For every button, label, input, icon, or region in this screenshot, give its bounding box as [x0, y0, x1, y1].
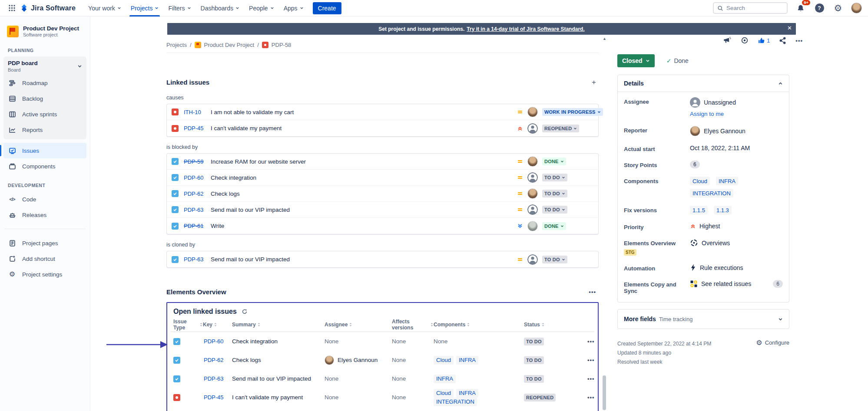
row-actions-button[interactable]: •••: [587, 338, 596, 345]
feedback-megaphone-icon[interactable]: [723, 37, 732, 44]
issue-key-link[interactable]: PDP-60: [204, 338, 232, 345]
issue-key-link[interactable]: PDP-62: [204, 357, 232, 363]
sidebar-item-components[interactable]: Components: [3, 158, 86, 174]
table-row[interactable]: PDP-60 Check integration None None None …: [171, 332, 594, 351]
breadcrumb-issue-key[interactable]: PDP-58: [272, 42, 292, 48]
configure-button[interactable]: ⚙ Configure: [756, 339, 789, 367]
status-dropdown[interactable]: TO DO: [542, 256, 567, 263]
component-chip[interactable]: INFRA: [456, 389, 478, 398]
add-linked-issue-button[interactable]: +: [589, 77, 599, 87]
issue-key-link[interactable]: PDP-60: [184, 174, 206, 181]
column-header[interactable]: Status: [524, 322, 587, 328]
issue-key-link[interactable]: ITH-10: [184, 109, 206, 115]
table-row[interactable]: ITH-10 I am not able to validate my cart…: [171, 407, 594, 411]
banner-trial-link[interactable]: Try it in a 14-day trial of Jira Softwar…: [467, 26, 584, 32]
more-actions-button[interactable]: •••: [795, 37, 803, 44]
nav-projects[interactable]: Projects: [126, 0, 164, 16]
row-actions-button[interactable]: •••: [587, 357, 596, 363]
nav-your-work[interactable]: Your work: [83, 0, 126, 16]
linked-issue-row[interactable]: ITH-10 I am not able to validate my cart…: [167, 104, 598, 120]
column-header[interactable]: Issue Type: [173, 319, 203, 331]
row-actions-button[interactable]: •••: [587, 394, 596, 401]
nav-filters[interactable]: Filters: [163, 0, 195, 16]
linked-issue-row[interactable]: PDP-63 Send mail to our VIP impacted TO …: [167, 202, 598, 218]
value-chip[interactable]: INTEGRATION: [690, 189, 733, 197]
jira-logo[interactable]: Jira Software: [20, 4, 76, 12]
status-dropdown[interactable]: REOPENED: [542, 125, 579, 132]
status-dropdown[interactable]: DONE: [542, 158, 566, 165]
user-avatar[interactable]: [851, 3, 862, 13]
status-dropdown[interactable]: WORK IN PROGRESS: [542, 108, 603, 116]
status-dropdown[interactable]: DONE: [542, 222, 566, 230]
column-header[interactable]: Key: [203, 322, 232, 328]
linked-issue-row[interactable]: PDP-61 Write DONE: [167, 218, 598, 234]
linked-issue-row[interactable]: PDP-59 Increase RAM for our website serv…: [167, 154, 598, 170]
nav-dashboards[interactable]: Dashboards: [196, 0, 245, 16]
component-chip[interactable]: INFRA: [456, 356, 478, 365]
app-switcher-icon[interactable]: [6, 3, 17, 14]
sidebar-item-code[interactable]: </> Code: [3, 191, 86, 207]
board-switcher[interactable]: PDP board Board: [3, 60, 86, 75]
issue-key-link[interactable]: PDP-63: [184, 207, 206, 213]
issue-key-link[interactable]: PDP-61: [184, 223, 206, 229]
component-chip[interactable]: INTEGRATION: [434, 398, 477, 406]
nav-apps[interactable]: Apps: [279, 0, 308, 16]
app-link[interactable]: See related issues: [701, 280, 751, 287]
breadcrumb-projects[interactable]: Projects: [166, 42, 187, 48]
refresh-icon[interactable]: [241, 308, 248, 316]
create-button[interactable]: Create: [313, 2, 341, 14]
banner-close-icon[interactable]: ✕: [787, 25, 792, 31]
column-header[interactable]: Summary: [232, 322, 325, 328]
sidebar-item-project-pages[interactable]: Project pages: [3, 235, 86, 251]
table-row[interactable]: PDP-45 I can't validate my payment None …: [171, 388, 594, 407]
component-chip[interactable]: INFRA: [434, 375, 456, 383]
help-icon[interactable]: ?: [814, 3, 825, 14]
linked-issue-row[interactable]: PDP-62 Check logs TO DO: [167, 186, 598, 202]
search-input[interactable]: [726, 5, 779, 11]
scrollbar-thumb[interactable]: [603, 375, 606, 410]
breadcrumb-project[interactable]: Product Dev Project: [204, 42, 255, 48]
linked-issue-row[interactable]: PDP-45 I can't validate my payment REOPE…: [167, 120, 598, 136]
column-header[interactable]: Assignee: [325, 322, 392, 328]
settings-gear-icon[interactable]: ⚙: [832, 3, 844, 14]
component-chip[interactable]: Cloud: [434, 356, 454, 365]
sidebar-item-roadmap[interactable]: Roadmap: [3, 75, 86, 91]
status-dropdown[interactable]: TO DO: [542, 174, 567, 181]
share-icon[interactable]: [779, 37, 786, 44]
sidebar-item-reports[interactable]: Reports: [3, 122, 86, 138]
more-fields-toggle[interactable]: More fieldsTime tracking: [618, 309, 789, 329]
notifications-bell-icon[interactable]: 9+: [795, 3, 806, 14]
sidebar-item-active-sprints[interactable]: Active sprints: [3, 106, 86, 122]
table-row[interactable]: PDP-63 Send mail to our VIP impacted Non…: [171, 369, 594, 388]
sidebar-item-backlog[interactable]: Backlog: [3, 91, 86, 106]
sidebar-item-releases[interactable]: Releases: [3, 207, 86, 223]
app-link[interactable]: Rule executions: [700, 264, 743, 271]
issue-key-link[interactable]: PDP-45: [204, 394, 232, 401]
issue-key-link[interactable]: PDP-62: [184, 191, 206, 197]
nav-people[interactable]: People: [244, 0, 279, 16]
app-link[interactable]: Overviews: [702, 240, 730, 247]
component-chip[interactable]: Cloud: [434, 389, 454, 398]
row-actions-button[interactable]: •••: [587, 375, 596, 382]
value-chip[interactable]: Cloud: [690, 177, 710, 185]
status-dropdown[interactable]: TO DO: [542, 206, 567, 214]
sidebar-item-project-settings[interactable]: ⚙ Project settings: [3, 266, 86, 282]
value-chip[interactable]: 1.1.3: [714, 206, 732, 214]
details-card-header[interactable]: Details: [618, 75, 789, 92]
linked-issue-row[interactable]: PDP-63 Send mail to our VIP impacted TO …: [167, 251, 598, 267]
issue-key-link[interactable]: PDP-59: [184, 158, 206, 165]
status-dropdown[interactable]: TO DO: [542, 190, 567, 197]
scrollbar-up-arrow[interactable]: ▲: [601, 36, 608, 41]
elements-overview-menu-button[interactable]: •••: [586, 288, 599, 296]
column-header[interactable]: Affects versions: [392, 319, 434, 331]
assign-to-me-link[interactable]: Assign to me: [690, 111, 724, 117]
like-button[interactable]: 1: [758, 37, 770, 44]
table-row[interactable]: PDP-62 Check logs Elyes Gannoun None Clo…: [171, 351, 594, 369]
sidebar-item-add-shortcut[interactable]: Add shortcut: [3, 251, 86, 266]
linked-issue-row[interactable]: PDP-60 Check integration TO DO: [167, 170, 598, 186]
value-chip[interactable]: INFRA: [716, 177, 738, 185]
issue-key-link[interactable]: PDP-45: [184, 125, 206, 132]
search-box[interactable]: [713, 2, 788, 14]
project-header[interactable]: Product Dev Project Software project: [3, 25, 86, 39]
status-dropdown-button[interactable]: Closed: [617, 54, 655, 67]
